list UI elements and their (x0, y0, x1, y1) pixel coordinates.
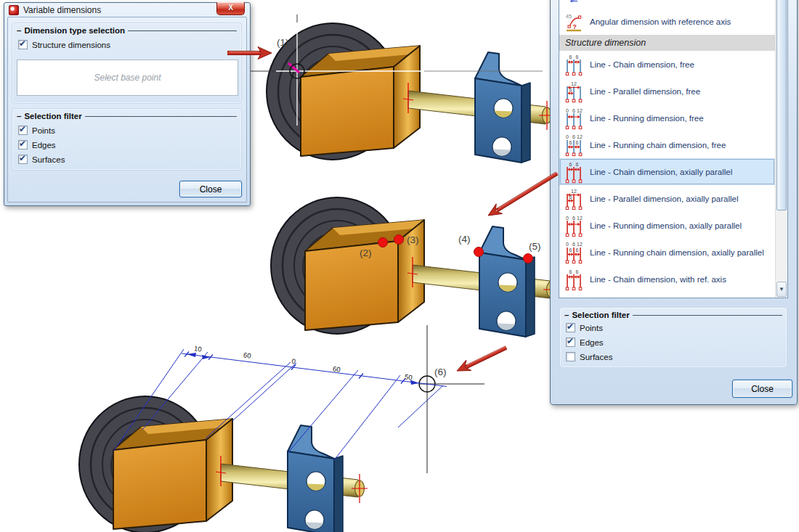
dimension-type-label: Line - Chain dimension, with ref. axis (590, 275, 726, 284)
svg-text:0: 0 (566, 215, 569, 220)
close-button-left[interactable]: Close (179, 181, 242, 197)
filter-points-row[interactable]: Points (566, 323, 782, 332)
dimension-type-label: Angular dimension with reference axis (590, 17, 731, 26)
structure-dimensions-checkbox-row[interactable]: Structure dimensions (18, 40, 237, 49)
marker-5: (5) (529, 241, 541, 252)
list-scrollbar[interactable]: ▼ (775, 0, 787, 298)
svg-text:6: 6 (572, 215, 575, 220)
dimension-type-label: Line - Running dimension, free (590, 114, 704, 123)
parallel-axially-parallel-icon: 126 (564, 187, 583, 210)
scrollbar-thumb[interactable] (776, 0, 787, 210)
dimension-type-label: Line - Chain dimension, free (590, 60, 694, 69)
dimension-type-panel: z+45?Angular dimension with reference ax… (550, 0, 798, 405)
close-window-button[interactable]: X (216, 2, 245, 15)
dimension-type-item[interactable]: 66Line - Chain dimension, with ref. axis (559, 266, 775, 292)
model-view-3[interactable] (79, 396, 368, 532)
dimension-type-item[interactable]: 126Line - Parallel dimension, free (559, 78, 775, 105)
dimension-type-item[interactable]: 45?Angular dimension with reference axis (559, 9, 775, 35)
filter-edges-row[interactable]: Edges (566, 337, 782, 347)
surfaces-checkbox[interactable] (566, 352, 575, 361)
dimension-type-label: Line - Running chain dimension, axially … (590, 248, 764, 257)
dimension-type-item[interactable]: 0612Line - Running dimension, axially pa… (559, 212, 775, 239)
svg-text:0: 0 (566, 107, 569, 112)
svg-text:z: z (573, 0, 575, 1)
dimension-type-label: Line - Running chain dimension, free (590, 141, 726, 150)
svg-text:60: 60 (333, 364, 341, 373)
chain-reference-axis-icon: 66 (564, 268, 583, 291)
base-point-selection-area[interactable]: Select base point (17, 60, 238, 96)
dimension-type-item[interactable]: z+ (559, 0, 775, 9)
svg-text:0: 0 (566, 134, 569, 139)
chain-free-icon: 66 (564, 53, 583, 76)
svg-text:6: 6 (572, 107, 575, 112)
svg-text:45: 45 (566, 14, 572, 19)
svg-text:12: 12 (577, 134, 583, 139)
svg-text:6: 6 (576, 139, 579, 144)
dimension-type-list[interactable]: z+45?Angular dimension with reference ax… (559, 0, 788, 298)
dimension-type-item[interactable]: 66Line - Chain dimension, free (559, 51, 775, 78)
points-checkbox[interactable] (18, 126, 28, 135)
dimension-type-item[interactable]: 0612Line - Running dimension, free (559, 105, 775, 131)
section-header: Structure dimension (559, 35, 775, 51)
dimension-type-item-selected[interactable]: 66Line - Chain dimension, axially parall… (559, 158, 775, 185)
model-view-2[interactable] (271, 197, 559, 337)
edges-checkbox[interactable] (566, 337, 575, 347)
dimension-type-selection-group: – Dimension type selection Structure dim… (12, 22, 242, 104)
svg-text:10: 10 (194, 344, 203, 353)
filter-surfaces-row[interactable]: Surfaces (18, 155, 237, 164)
svg-text:6: 6 (576, 54, 579, 59)
selection-filter-group-right: – Selection filter Points Edges Surfaces (559, 307, 787, 368)
structure-dimensions-label: Structure dimensions (32, 41, 110, 49)
dimension-type-item[interactable]: 061266Line - Running chain dimension, fr… (559, 131, 775, 158)
running-chain-free-icon: 061266 (564, 134, 583, 157)
running-free-icon: 0612 (564, 107, 583, 130)
svg-text:?: ? (572, 23, 577, 30)
svg-text:6: 6 (576, 269, 579, 274)
svg-text:6: 6 (569, 54, 572, 59)
filter-surfaces-row[interactable]: Surfaces (566, 352, 782, 361)
svg-text:6: 6 (576, 247, 579, 252)
svg-text:60: 60 (243, 351, 252, 359)
structure-dimensions-checkbox[interactable] (18, 40, 28, 49)
angular-reference-axis-icon: 45? (564, 10, 583, 33)
z-axis-dimension-icon: z+ (564, 0, 583, 9)
edges-checkbox[interactable] (18, 140, 28, 150)
running-chain-axially-parallel-icon: 061266 (564, 241, 583, 264)
dimension-type-label: Line - Parallel dimension, axially paral… (590, 195, 739, 203)
svg-text:12: 12 (577, 107, 583, 112)
dimension-values: 10 60 0 60 50 (194, 344, 413, 381)
svg-text:12: 12 (577, 242, 583, 247)
selection-filter-group-left: – Selection filter Points Edges Surfaces (12, 108, 242, 171)
model-view-1[interactable] (267, 23, 555, 163)
svg-text:12: 12 (571, 81, 577, 86)
group-label: Selection filter (572, 311, 629, 319)
base-point-placeholder: Select base point (94, 73, 161, 83)
marker-4: (4) (458, 234, 471, 245)
svg-text:12: 12 (571, 188, 577, 193)
app-logo-icon (9, 5, 19, 15)
filter-points-row[interactable]: Points (18, 126, 237, 135)
surfaces-checkbox[interactable] (18, 155, 28, 164)
svg-text:6: 6 (572, 242, 575, 247)
scroll-down-button[interactable]: ▼ (776, 282, 787, 297)
selection-point-3 (394, 235, 404, 245)
variable-dimensions-dialog: Variable dimensions X – Dimension type s… (4, 2, 251, 206)
svg-text:6: 6 (569, 139, 572, 144)
base-point-crosshair-6 (419, 325, 484, 473)
svg-text:6: 6 (569, 195, 572, 200)
svg-text:6: 6 (569, 247, 572, 252)
parallel-free-icon: 126 (564, 80, 583, 103)
running-axially-parallel-icon: 0612 (564, 214, 583, 237)
dialog-titlebar[interactable]: Variable dimensions X (4, 3, 250, 17)
svg-text:6: 6 (569, 269, 572, 274)
dimension-type-item[interactable]: 061266Line - Running chain dimension, ax… (559, 239, 775, 266)
close-button-right[interactable]: Close (732, 380, 792, 398)
marker-3: (3) (407, 234, 419, 245)
points-checkbox[interactable] (566, 323, 575, 332)
svg-text:0: 0 (566, 242, 569, 247)
selection-point-4 (474, 247, 484, 257)
filter-edges-row[interactable]: Edges (18, 140, 237, 150)
dimension-type-item[interactable]: 126Line - Parallel dimension, axially pa… (559, 185, 775, 212)
svg-text:6: 6 (572, 134, 575, 139)
selection-point-2 (378, 238, 388, 247)
